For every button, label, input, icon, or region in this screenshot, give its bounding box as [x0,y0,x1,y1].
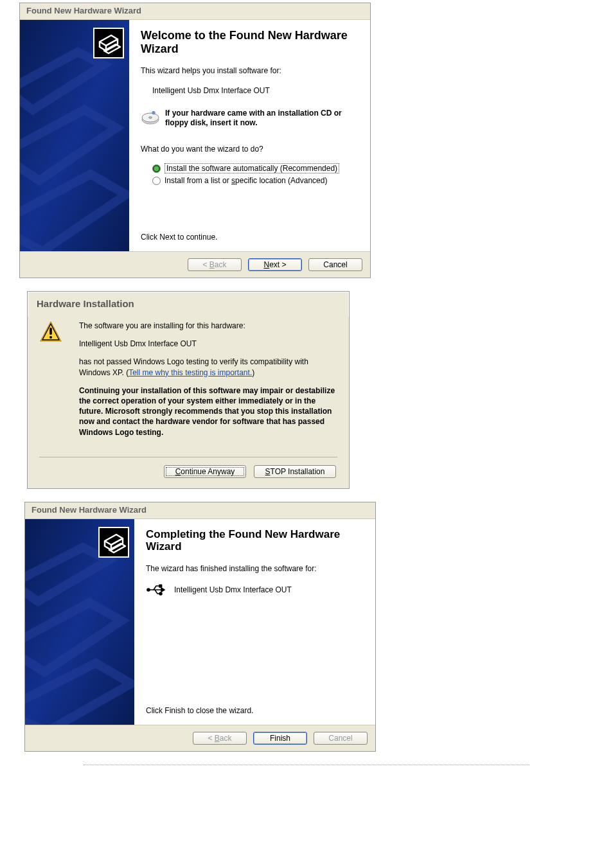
warn-text: The software you are installing for this… [79,321,337,445]
page: Found New Hardware Wizard [0,0,613,765]
svg-point-17 [159,592,162,595]
finish-button[interactable]: Finish [253,732,307,745]
opt-auto-radio[interactable] [152,164,161,173]
opt-auto[interactable]: Install the software automatically (Reco… [152,163,359,173]
wizard1-click-next: Click Next to continue. [141,232,359,242]
wizard3-content: Completing the Found New Hardware Wizard… [134,519,375,725]
warn-bold: Continuing your installation of this sof… [79,385,337,438]
warning-icon [39,321,62,445]
svg-point-6 [153,112,154,113]
logo-testing-link[interactable]: Tell me why this testing is important. [129,368,252,377]
wizard1-body: Welcome to the Found New Hardware Wizard… [20,20,370,251]
cancel-button[interactable]: Cancel [314,732,368,745]
wizard1-title: Found New Hardware Wizard [20,3,370,20]
svg-rect-16 [159,585,162,587]
svg-point-4 [149,116,152,118]
wizard1-device: Intelligent Usb Dmx Interface OUT [141,85,359,96]
opt-auto-label: Install the software automatically (Reco… [164,163,339,173]
wizard3-click-finish: Click Finish to close the wizard. [146,705,364,716]
device-icon [93,28,124,58]
svg-rect-9 [49,328,52,335]
back-button[interactable]: < Back [188,258,242,271]
continue-anyway-button[interactable]: Continue Anyway [164,465,246,478]
wizard1-footer: < Back Next > Cancel [20,251,370,278]
warn-title: Hardware Installation [28,292,349,317]
wizard3-body: Completing the Found New Hardware Wizard… [25,519,375,725]
wizard3-intro: The wizard has finished installing the s… [146,563,364,574]
svg-marker-15 [161,588,164,592]
next-button[interactable]: Next > [248,258,302,271]
wizard1-heading: Welcome to the Found New Hardware Wizard [141,29,359,55]
wizard1-question: What do you want the wizard to do? [141,144,359,154]
cd-hint: If your hardware came with an installati… [141,109,359,128]
wizard1-content: Welcome to the Found New Hardware Wizard… [129,20,370,251]
warn-divider [39,457,337,457]
wizard3-sidebar [25,519,134,725]
warn-main: The software you are installing for this… [39,317,337,457]
wizard3-heading: Completing the Found New Hardware Wizard [146,528,364,553]
wizard1-intro: This wizard helps you install software f… [141,66,359,76]
warn-footer: Continue Anyway STOP Installation [39,465,337,488]
usb-icon [146,583,165,597]
warn-window: Hardware Installation The software you a… [27,291,350,489]
stop-installation-button[interactable]: STOP Installation [254,465,336,478]
cd-hint-text: If your hardware came with an installati… [165,109,359,128]
wizard3-title: Found New Hardware Wizard [25,502,375,519]
wizard3-device-row: Intelligent Usb Dmx Interface OUT [146,583,364,597]
wizard1-sidebar [20,20,129,251]
wizard3-window: Found New Hardware Wizard [24,502,376,752]
device-icon [98,527,129,558]
cd-icon [141,109,160,128]
wizard1-radios: Install the software automatically (Reco… [152,163,359,185]
svg-point-10 [49,336,52,339]
wizard1-window: Found New Hardware Wizard [19,3,371,278]
wizard3-device: Intelligent Usb Dmx Interface OUT [174,585,292,594]
back-button[interactable]: < Back [193,732,247,745]
warn-p2: has not passed Windows Logo testing to v… [79,357,337,377]
warn-p1: The software you are installing for this… [79,321,337,331]
warn-device: Intelligent Usb Dmx Interface OUT [79,339,337,349]
cancel-button[interactable]: Cancel [308,258,362,271]
page-divider [84,765,529,765]
opt-manual[interactable]: Install from a list or specific location… [152,176,359,185]
opt-manual-label: Install from a list or specific location… [164,176,327,185]
warn-body: The software you are installing for this… [28,317,349,488]
wizard3-footer: < Back Finish Cancel [25,725,375,751]
opt-manual-radio[interactable] [152,177,161,185]
